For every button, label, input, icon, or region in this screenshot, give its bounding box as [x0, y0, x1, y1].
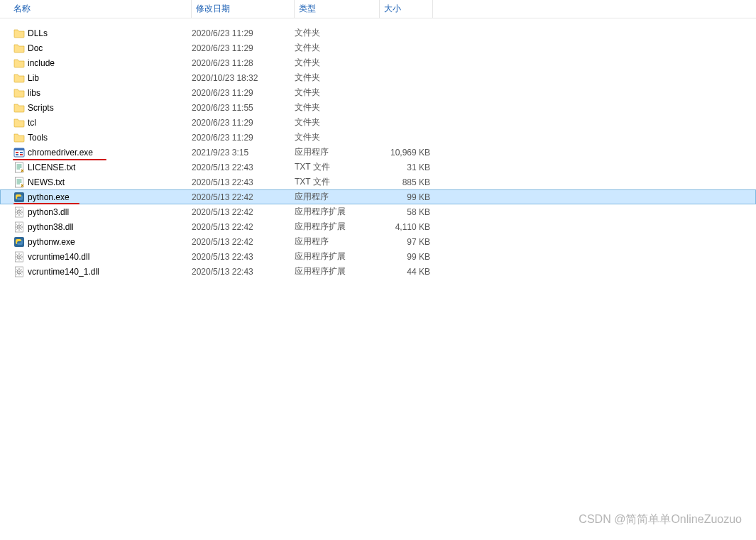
file-row[interactable]: python.exe2020/5/13 22:42应用程序99 KB — [0, 189, 756, 204]
file-type-cell: 文件夹 — [295, 72, 380, 84]
file-name-cell: tcl — [13, 117, 192, 128]
folder-icon — [13, 72, 25, 84]
file-date-cell: 2020/6/23 11:29 — [192, 88, 295, 98]
file-row[interactable]: DLLs2020/6/23 11:29文件夹 — [0, 26, 756, 40]
file-name-label: pythonw.exe — [28, 237, 75, 247]
file-size-cell: 99 KB — [380, 252, 433, 262]
file-type-cell: 文件夹 — [295, 116, 380, 128]
file-row[interactable]: Scripts2020/6/23 11:55文件夹 — [0, 100, 756, 115]
file-date-cell: 2020/5/13 22:42 — [192, 207, 295, 217]
txt-icon — [13, 177, 25, 188]
file-name-label: Scripts — [28, 103, 54, 113]
file-row[interactable]: vcruntime140_1.dll2020/5/13 22:43应用程序扩展4… — [0, 264, 756, 279]
file-name-label: vcruntime140.dll — [28, 252, 89, 262]
file-row[interactable]: Tools2020/6/23 11:29文件夹 — [0, 130, 756, 145]
file-date-cell: 2020/5/13 22:43 — [192, 267, 295, 277]
svg-rect-3 — [20, 152, 23, 153]
dll-icon — [13, 266, 25, 277]
file-row[interactable]: LICENSE.txt2020/5/13 22:43TXT 文件31 KB — [0, 160, 756, 175]
file-name-cell: python38.dll — [13, 221, 192, 233]
file-name-label: vcruntime140_1.dll — [28, 267, 99, 277]
dll-icon — [13, 206, 25, 218]
file-type-cell: 文件夹 — [295, 42, 380, 54]
file-name-label: python.exe — [28, 192, 70, 202]
file-type-cell: 文件夹 — [295, 57, 380, 69]
file-row[interactable]: include2020/6/23 11:28文件夹 — [0, 55, 756, 70]
file-date-cell: 2020/5/13 22:42 — [192, 192, 295, 202]
file-type-cell: 应用程序扩展 — [295, 250, 380, 263]
file-row[interactable]: vcruntime140.dll2020/5/13 22:43应用程序扩展99 … — [0, 249, 756, 264]
folder-icon — [13, 132, 25, 143]
file-name-cell: libs — [13, 87, 192, 99]
column-header-row: 名称 修改日期 类型 大小 — [0, 0, 756, 18]
column-header-type-label: 类型 — [299, 3, 316, 15]
file-name-label: chromedriver.exe — [28, 148, 93, 158]
file-name-cell: include — [13, 57, 192, 69]
svg-point-29 — [18, 271, 20, 272]
file-date-cell: 2020/6/23 11:29 — [192, 133, 295, 143]
file-date-cell: 2020/5/13 22:43 — [192, 177, 295, 187]
file-date-cell: 2020/6/23 11:29 — [192, 43, 295, 53]
file-row[interactable]: pythonw.exe2020/5/13 22:42应用程序97 KB — [0, 234, 756, 249]
file-name-label: python3.dll — [28, 207, 69, 217]
file-type-cell: TXT 文件 — [295, 161, 380, 173]
column-header-name-label: 名称 — [13, 3, 31, 15]
file-name-cell: Scripts — [13, 102, 192, 114]
file-name-label: Doc — [28, 43, 43, 53]
file-row[interactable]: chromedriver.exe2021/9/23 3:15应用程序10,969… — [0, 145, 756, 160]
file-date-cell: 2021/9/23 3:15 — [192, 148, 295, 158]
file-name-label: DLLs — [28, 28, 48, 38]
file-row[interactable]: NEWS.txt2020/5/13 22:43TXT 文件885 KB — [0, 175, 756, 189]
column-header-size[interactable]: 大小 — [380, 0, 433, 18]
file-row[interactable]: python38.dll2020/5/13 22:42应用程序扩展4,110 K… — [0, 219, 756, 234]
column-header-date-label: 修改日期 — [196, 3, 230, 15]
file-name-cell: NEWS.txt — [13, 177, 192, 188]
column-header-size-label: 大小 — [384, 3, 401, 15]
file-name-cell: chromedriver.exe — [13, 147, 192, 158]
file-name-cell: Tools — [13, 132, 192, 143]
folder-icon — [13, 57, 25, 69]
file-size-cell: 44 KB — [380, 267, 433, 277]
svg-rect-2 — [16, 152, 18, 153]
file-row[interactable]: python3.dll2020/5/13 22:42应用程序扩展58 KB — [0, 204, 756, 219]
column-header-date[interactable]: 修改日期 — [192, 0, 295, 18]
file-name-label: Tools — [28, 133, 48, 143]
file-size-cell: 31 KB — [380, 162, 433, 172]
file-type-cell: 应用程序 — [295, 191, 380, 203]
file-list: DLLs2020/6/23 11:29文件夹Doc2020/6/23 11:29… — [0, 18, 756, 279]
file-name-cell: python.exe — [13, 192, 192, 203]
file-name-label: LICENSE.txt — [28, 162, 75, 172]
column-header-type[interactable]: 类型 — [295, 0, 380, 18]
txt-icon — [13, 162, 25, 173]
file-type-cell: 应用程序 — [295, 146, 380, 158]
file-name-label: include — [28, 58, 55, 68]
file-name-cell: vcruntime140_1.dll — [13, 266, 192, 277]
file-name-label: NEWS.txt — [28, 177, 65, 187]
file-type-cell: 文件夹 — [295, 131, 380, 143]
file-name-cell: Lib — [13, 72, 192, 84]
file-type-cell: 应用程序 — [295, 236, 380, 248]
python-icon — [13, 192, 25, 203]
dll-icon — [13, 221, 25, 233]
file-row[interactable]: Lib2020/10/23 18:32文件夹 — [0, 70, 756, 85]
file-row[interactable]: Doc2020/6/23 11:29文件夹 — [0, 40, 756, 55]
file-type-cell: TXT 文件 — [295, 176, 380, 188]
column-header-name[interactable]: 名称 — [11, 0, 192, 18]
file-type-cell: 文件夹 — [295, 27, 380, 39]
svg-rect-4 — [16, 154, 18, 155]
dll-icon — [13, 251, 25, 263]
file-row[interactable]: tcl2020/6/23 11:29文件夹 — [0, 115, 756, 130]
file-size-cell: 97 KB — [380, 237, 433, 247]
folder-icon — [13, 87, 25, 99]
file-date-cell: 2020/5/13 22:42 — [192, 222, 295, 232]
file-size-cell: 885 KB — [380, 177, 433, 187]
file-name-cell: Doc — [13, 43, 192, 54]
folder-icon — [13, 28, 25, 39]
file-row[interactable]: libs2020/6/23 11:29文件夹 — [0, 85, 756, 100]
file-date-cell: 2020/5/13 22:43 — [192, 252, 295, 262]
file-date-cell: 2020/6/23 11:29 — [192, 28, 295, 38]
file-type-cell: 文件夹 — [295, 101, 380, 114]
file-size-cell: 99 KB — [380, 192, 433, 202]
file-size-cell: 10,969 KB — [380, 148, 433, 158]
file-type-cell: 文件夹 — [295, 87, 380, 99]
